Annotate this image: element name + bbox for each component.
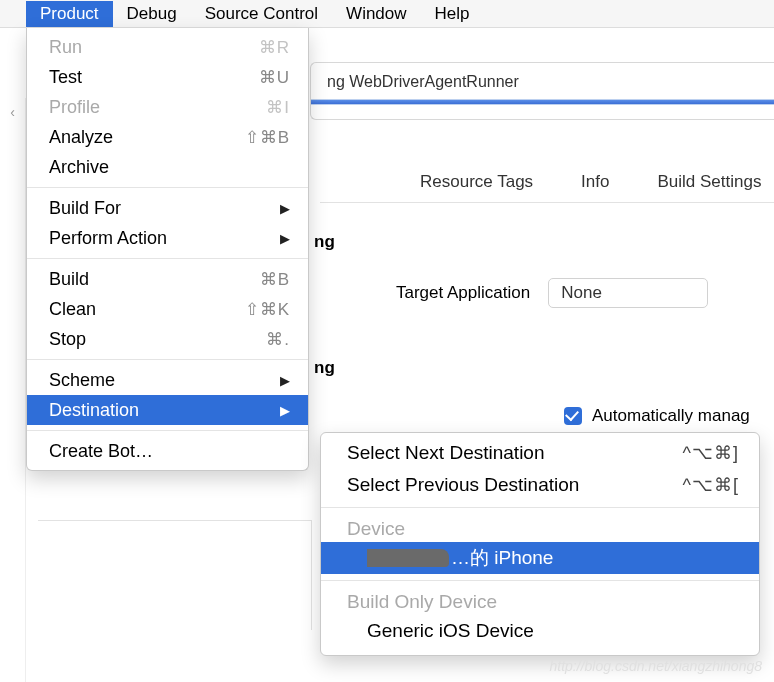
- tab-resource-tags[interactable]: Resource Tags: [420, 172, 533, 192]
- product-menu-clean[interactable]: Clean⇧⌘K: [27, 294, 308, 324]
- device-header: Device: [321, 514, 759, 542]
- menu-item-shortcut: ⌘R: [259, 37, 290, 58]
- menu-item-label: Scheme: [49, 370, 280, 391]
- target-application-label: Target Application: [396, 283, 530, 303]
- menu-window[interactable]: Window: [332, 1, 420, 27]
- menu-separator: [321, 580, 759, 581]
- tab-info[interactable]: Info: [581, 172, 609, 192]
- product-menu-analyze[interactable]: Analyze⇧⌘B: [27, 122, 308, 152]
- section-signing: ng: [314, 358, 335, 378]
- bottom-panel-fragment: [38, 520, 312, 630]
- menu-item-shortcut: ⌘U: [259, 67, 290, 88]
- menu-item-label: Select Previous Destination: [347, 474, 683, 496]
- menu-separator: [27, 430, 308, 431]
- menubar: Product Debug Source Control Window Help: [0, 0, 774, 28]
- destination-submenu: Select Next Destination ^⌥⌘] Select Prev…: [320, 432, 760, 656]
- build-only-header: Build Only Device: [321, 587, 759, 615]
- menu-separator: [27, 187, 308, 188]
- tab-build-settings[interactable]: Build Settings: [657, 172, 761, 192]
- menu-item-shortcut: ^⌥⌘[: [683, 474, 739, 496]
- product-menu-destination[interactable]: Destination▶: [27, 395, 308, 425]
- generic-ios-device[interactable]: Generic iOS Device: [321, 615, 759, 647]
- auto-manage-checkbox[interactable]: [564, 407, 582, 425]
- menu-item-label: Clean: [49, 299, 245, 320]
- submenu-arrow-icon: ▶: [280, 231, 290, 246]
- menu-item-label: …的 iPhone: [367, 545, 739, 571]
- menu-item-label: Run: [49, 37, 259, 58]
- menu-item-shortcut: ⇧⌘K: [245, 299, 290, 320]
- editor-tabs: Resource Tags Info Build Settings: [320, 172, 774, 203]
- product-menu-perform-action[interactable]: Perform Action▶: [27, 223, 308, 253]
- menu-item-label: Generic iOS Device: [367, 620, 739, 642]
- select-next-destination[interactable]: Select Next Destination ^⌥⌘]: [321, 437, 759, 469]
- device-name-suffix: …的 iPhone: [451, 547, 553, 568]
- device-item-selected[interactable]: …的 iPhone: [321, 542, 759, 574]
- menu-item-label: Test: [49, 67, 259, 88]
- auto-manage-row: Automatically manag: [564, 406, 750, 426]
- submenu-arrow-icon: ▶: [280, 201, 290, 216]
- menu-separator: [321, 507, 759, 508]
- product-menu-build[interactable]: Build⌘B: [27, 264, 308, 294]
- rail-icon: ‹: [3, 104, 23, 124]
- menu-item-label: Archive: [49, 157, 290, 178]
- menu-item-label: Stop: [49, 329, 266, 350]
- activity-viewer: ng WebDriverAgentRunner: [310, 62, 774, 120]
- section-testing: ng: [314, 232, 335, 252]
- target-application-row: Target Application None: [396, 278, 708, 308]
- product-menu-create-bot[interactable]: Create Bot…: [27, 436, 308, 466]
- menu-source-control[interactable]: Source Control: [191, 1, 332, 27]
- product-menu-stop[interactable]: Stop⌘.: [27, 324, 308, 354]
- submenu-arrow-icon: ▶: [280, 373, 290, 388]
- menu-item-label: Analyze: [49, 127, 245, 148]
- menu-item-shortcut: ⌘I: [266, 97, 290, 118]
- menu-help[interactable]: Help: [421, 1, 484, 27]
- product-menu-build-for[interactable]: Build For▶: [27, 193, 308, 223]
- menu-item-label: Profile: [49, 97, 266, 118]
- menu-item-shortcut: ^⌥⌘]: [683, 442, 739, 464]
- product-menu-test[interactable]: Test⌘U: [27, 62, 308, 92]
- menu-separator: [27, 359, 308, 360]
- target-application-select[interactable]: None: [548, 278, 708, 308]
- menu-item-label: Build For: [49, 198, 280, 219]
- menu-debug[interactable]: Debug: [113, 1, 191, 27]
- product-menu-scheme[interactable]: Scheme▶: [27, 365, 308, 395]
- redacted-name-icon: [367, 549, 449, 567]
- select-previous-destination[interactable]: Select Previous Destination ^⌥⌘[: [321, 469, 759, 501]
- menu-item-label: Destination: [49, 400, 280, 421]
- progress-bar: [311, 99, 774, 105]
- product-menu-archive[interactable]: Archive: [27, 152, 308, 182]
- menu-item-shortcut: ⇧⌘B: [245, 127, 290, 148]
- menu-item-shortcut: ⌘B: [260, 269, 290, 290]
- product-menu-profile: Profile⌘I: [27, 92, 308, 122]
- product-menu: Run⌘RTest⌘UProfile⌘IAnalyze⇧⌘BArchiveBui…: [26, 28, 309, 471]
- menu-product[interactable]: Product: [26, 1, 113, 27]
- navigator-rail: ‹: [0, 98, 26, 682]
- product-menu-run: Run⌘R: [27, 32, 308, 62]
- menu-item-label: Create Bot…: [49, 441, 290, 462]
- activity-text: ng WebDriverAgentRunner: [327, 73, 519, 91]
- menu-separator: [27, 258, 308, 259]
- menu-item-shortcut: ⌘.: [266, 329, 290, 350]
- submenu-arrow-icon: ▶: [280, 403, 290, 418]
- menu-item-label: Select Next Destination: [347, 442, 683, 464]
- auto-manage-label: Automatically manag: [592, 406, 750, 426]
- menu-item-label: Perform Action: [49, 228, 280, 249]
- menu-item-label: Build: [49, 269, 260, 290]
